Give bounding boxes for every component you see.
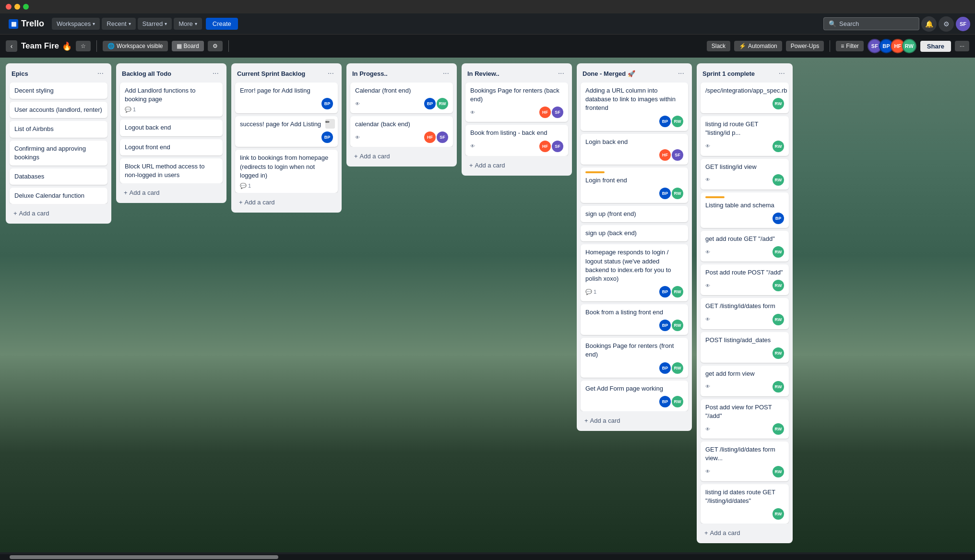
card-footer: BP RW bbox=[585, 188, 683, 199]
list-in-review-menu[interactable]: ··· bbox=[556, 68, 566, 79]
star-board-button[interactable]: ☆ bbox=[76, 41, 91, 51]
card-get-dates-form[interactable]: GET /listing/id/dates form 👁 RW bbox=[701, 298, 789, 329]
add-card-label: Add a card bbox=[590, 417, 620, 424]
card-get-listing-id-view[interactable]: GET listing/id view 👁 RW bbox=[701, 159, 789, 190]
card-avatar-bp: BP bbox=[321, 98, 333, 109]
trello-logo[interactable]: ▦ Trello bbox=[5, 17, 48, 31]
board-settings-button[interactable]: ⚙ bbox=[208, 41, 223, 51]
card-decent-styling[interactable]: Decent styling bbox=[10, 83, 107, 99]
card-login-frontend[interactable]: Login front end BP RW bbox=[581, 167, 688, 203]
card-listing-table-schema[interactable]: Listing table and schema BP bbox=[701, 192, 789, 228]
card-bookings-page-frontend[interactable]: Bookings Page for renters (front end) BP… bbox=[581, 338, 688, 377]
card-login-backend[interactable]: Login back end HF SF bbox=[581, 134, 688, 165]
card-avatars: RW bbox=[773, 141, 784, 152]
member-avatar-rw[interactable]: RW bbox=[902, 39, 916, 53]
workspace-visible-button[interactable]: 🌐 Workspace visible bbox=[103, 41, 167, 51]
card-avatars: BP RW bbox=[659, 116, 683, 127]
card-bookings-page-backend[interactable]: Bookings Page for renters (back end) 👁 H… bbox=[465, 83, 568, 122]
recent-menu[interactable]: Recent ▾ bbox=[102, 18, 135, 30]
slack-button[interactable]: Slack bbox=[707, 41, 730, 51]
card-book-listing-backend[interactable]: Book from listing - back end 👁 HF SF bbox=[465, 125, 568, 155]
card-list-airbnbs[interactable]: List of Airbnbs bbox=[10, 121, 107, 137]
card-add-landlord[interactable]: Add Landlord functions to booking page 💬… bbox=[120, 83, 223, 117]
card-url-column[interactable]: Adding a URL column into database to lin… bbox=[581, 83, 688, 131]
add-card-in-progress-button[interactable]: + Add a card bbox=[350, 150, 453, 163]
header-divider-2 bbox=[228, 40, 229, 52]
horizontal-scrollbar[interactable] bbox=[0, 554, 975, 560]
user-avatar-sf[interactable]: SF bbox=[956, 17, 970, 31]
card-user-accounts[interactable]: User accounts (landlord, renter) bbox=[10, 102, 107, 118]
card-databases[interactable]: Databases bbox=[10, 168, 107, 185]
card-avatars: RW bbox=[773, 174, 784, 186]
card-calendar-backend[interactable]: calendar (back end) 👁 HF SF bbox=[350, 116, 453, 147]
card-success-page[interactable]: success! page for Add Listing ✏ BP bbox=[235, 116, 338, 147]
filter-button[interactable]: ≡ Filter bbox=[836, 41, 864, 51]
card-logout-backend[interactable]: Logout back end bbox=[120, 119, 223, 136]
search-box[interactable]: 🔍 Search bbox=[823, 17, 919, 30]
card-link-bookings[interactable]: link to bookings from homepage (redirect… bbox=[235, 150, 338, 193]
share-button[interactable]: Share bbox=[920, 41, 951, 52]
create-button[interactable]: Create bbox=[206, 18, 238, 30]
more-menu[interactable]: More ▾ bbox=[174, 18, 202, 30]
card-avatar-rw: RW bbox=[773, 174, 784, 186]
automation-button[interactable]: ⚡ Automation bbox=[734, 41, 782, 51]
notification-button[interactable]: 🔔 bbox=[921, 16, 937, 32]
minimize-button[interactable] bbox=[14, 4, 20, 10]
card-meta: 👁 bbox=[705, 177, 710, 182]
board-view-button[interactable]: ▦ Board bbox=[172, 41, 204, 51]
list-in-progress-menu[interactable]: ··· bbox=[441, 68, 451, 79]
card-calendar-frontend[interactable]: Calendar (front end) 👁 BP RW bbox=[350, 83, 453, 113]
card-deluxe-calendar[interactable]: Deluxe Calendar function bbox=[10, 188, 107, 204]
card-get-add-form-view[interactable]: get add form view 👁 RW bbox=[701, 366, 789, 396]
close-button[interactable] bbox=[6, 4, 12, 10]
board-more-button[interactable]: ··· bbox=[955, 41, 969, 51]
card-confirming-bookings[interactable]: Confirming and approving bookings bbox=[10, 141, 107, 166]
plus-icon: + bbox=[584, 417, 588, 424]
settings-button[interactable]: ⚙ bbox=[939, 16, 954, 32]
card-meta: 👁 bbox=[470, 143, 475, 149]
sidebar-collapse-button[interactable]: ‹ bbox=[6, 40, 17, 52]
add-card-in-review-button[interactable]: + Add a card bbox=[465, 159, 568, 172]
card-footer: BP RW bbox=[585, 116, 683, 127]
card-get-dates-form-view[interactable]: GET /listing/id/dates form view... 👁 RW bbox=[701, 441, 789, 481]
card-post-add-dates[interactable]: POST listing/add_dates RW bbox=[701, 332, 789, 363]
card-post-add-route[interactable]: Post add route POST "/add" 👁 RW bbox=[701, 264, 789, 295]
card-avatar-sf: SF bbox=[672, 149, 683, 161]
card-title: get add route GET "/add" bbox=[705, 235, 784, 243]
card-title: get add form view bbox=[705, 369, 784, 378]
workspaces-menu[interactable]: Workspaces ▾ bbox=[52, 18, 100, 30]
card-listing-id-route[interactable]: listing id route GET "listing/id p... 👁 … bbox=[701, 116, 789, 155]
list-backlog-menu[interactable]: ··· bbox=[211, 68, 221, 79]
card-post-add-view[interactable]: Post add view for POST "/add" 👁 RW bbox=[701, 399, 789, 439]
power-ups-label: Power-Ups bbox=[791, 43, 819, 49]
add-card-backlog-button[interactable]: + Add a card bbox=[120, 186, 223, 199]
card-signup-backend[interactable]: sign up (back end) bbox=[581, 225, 688, 241]
scrollbar-thumb[interactable] bbox=[10, 555, 278, 559]
card-logout-frontend[interactable]: Logout front end bbox=[120, 139, 223, 155]
list-done-merged-menu[interactable]: ··· bbox=[676, 68, 686, 79]
board-settings-icon: ⚙ bbox=[213, 43, 218, 49]
eye-icon: 👁 bbox=[355, 101, 360, 107]
add-card-current-sprint-button[interactable]: + Add a card bbox=[235, 196, 338, 209]
plus-icon: + bbox=[704, 529, 708, 536]
power-ups-button[interactable]: Power-Ups bbox=[786, 41, 824, 51]
card-listing-id-dates-route[interactable]: listing id dates route GET "/listing/id/… bbox=[701, 484, 789, 524]
add-card-done-merged-button[interactable]: + Add a card bbox=[581, 414, 688, 427]
card-homepage-login[interactable]: Homepage responds to login / logout stat… bbox=[581, 244, 688, 301]
starred-menu[interactable]: Starred ▾ bbox=[138, 18, 172, 30]
card-block-url[interactable]: Block URL method access to non-logged in… bbox=[120, 158, 223, 183]
fullscreen-button[interactable] bbox=[23, 4, 29, 10]
list-sprint1-menu[interactable]: ··· bbox=[777, 68, 787, 79]
card-footer: 👁 RW bbox=[705, 280, 784, 291]
add-card-sprint1-button[interactable]: + Add a card bbox=[701, 526, 789, 539]
card-edit-button[interactable]: ✏ bbox=[325, 119, 335, 129]
add-card-epics-button[interactable]: + Add a card bbox=[10, 207, 107, 220]
list-current-sprint-menu[interactable]: ··· bbox=[326, 68, 336, 79]
card-get-add-route[interactable]: get add route GET "/add" 👁 RW bbox=[701, 231, 789, 262]
card-spec-integration[interactable]: /spec/integration/app_spec.rb RW bbox=[701, 83, 789, 113]
card-add-form-working[interactable]: Get Add Form page working BP RW bbox=[581, 381, 688, 411]
card-error-page[interactable]: Error! page for Add listing BP bbox=[235, 83, 338, 113]
card-book-listing-frontend[interactable]: Book from a listing front end BP RW bbox=[581, 304, 688, 335]
card-signup-frontend[interactable]: sign up (front end) bbox=[581, 206, 688, 222]
list-epics-menu[interactable]: ··· bbox=[95, 68, 106, 79]
